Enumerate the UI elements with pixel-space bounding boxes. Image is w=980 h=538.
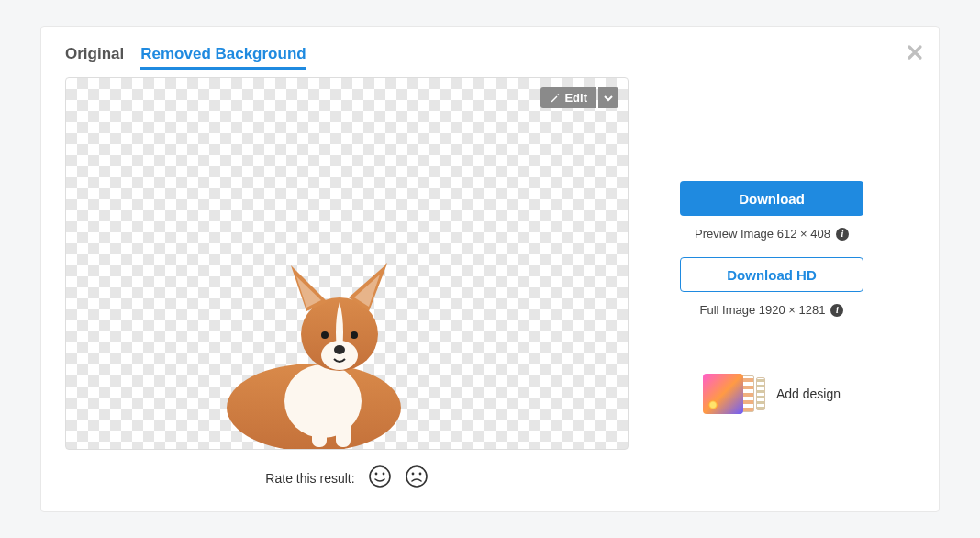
svg-point-8 <box>351 331 358 339</box>
wand-icon <box>550 93 561 104</box>
preview-canvas: Edit <box>65 77 629 450</box>
subject-image <box>204 247 415 449</box>
edit-button-label: Edit <box>564 91 587 105</box>
svg-rect-3 <box>336 414 351 447</box>
rate-label: Rate this result: <box>265 471 354 486</box>
add-design-label: Add design <box>776 387 841 401</box>
preview-meta: Preview Image 612 × 408 i <box>695 227 849 241</box>
chevron-down-icon <box>604 94 613 103</box>
full-meta-text: Full Image 1920 × 1281 <box>700 303 826 317</box>
info-icon[interactable]: i <box>836 228 849 241</box>
tabs: Original Removed Background <box>65 45 629 70</box>
tab-removed-background[interactable]: Removed Background <box>140 45 306 70</box>
edit-dropdown-button[interactable] <box>598 87 618 108</box>
close-icon[interactable] <box>906 43 924 65</box>
svg-point-13 <box>411 473 414 476</box>
tab-original[interactable]: Original <box>65 45 124 70</box>
svg-point-10 <box>374 473 377 476</box>
rate-row: Rate this result: <box>65 465 629 491</box>
preview-meta-text: Preview Image 612 × 408 <box>695 227 830 241</box>
edit-button-group: Edit <box>540 87 618 108</box>
svg-rect-2 <box>312 414 327 447</box>
svg-point-7 <box>321 331 329 339</box>
svg-point-6 <box>334 345 345 354</box>
download-hd-button[interactable]: Download HD <box>680 257 863 292</box>
right-column: Download Preview Image 612 × 408 i Downl… <box>629 45 915 493</box>
edit-button[interactable]: Edit <box>540 87 596 108</box>
editor-card: Original Removed Background Edit <box>40 26 940 512</box>
svg-point-9 <box>370 466 390 487</box>
rate-happy-icon[interactable] <box>368 465 392 491</box>
download-button[interactable]: Download <box>680 181 863 216</box>
design-thumbnails <box>703 374 765 414</box>
add-design-button[interactable]: Add design <box>703 374 841 414</box>
rate-sad-icon[interactable] <box>405 465 429 491</box>
design-thumb-swatch-icon <box>756 377 765 410</box>
svg-point-5 <box>321 341 358 370</box>
svg-point-12 <box>406 466 427 487</box>
svg-point-11 <box>382 473 384 476</box>
full-meta: Full Image 1920 × 1281 i <box>700 303 844 317</box>
svg-point-14 <box>418 473 421 476</box>
left-column: Original Removed Background Edit <box>65 45 629 493</box>
design-thumb-gradient <box>703 374 743 414</box>
design-thumb-swatch-icon <box>741 375 754 412</box>
info-icon[interactable]: i <box>830 304 843 317</box>
